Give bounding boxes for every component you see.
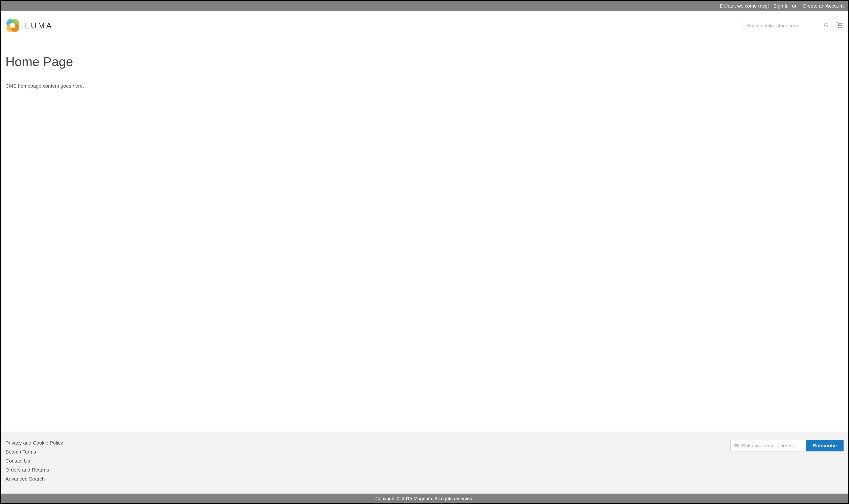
footer-link-orders[interactable]: Orders and Returns	[5, 467, 63, 473]
footer-link-search-terms[interactable]: Search Terms	[5, 449, 63, 455]
create-account-link[interactable]: Create an Account	[802, 3, 844, 9]
footer-links: Privacy and Cookie Policy Search Terms C…	[5, 440, 63, 482]
newsletter-input-wrap	[730, 440, 806, 451]
svg-point-8	[841, 27, 842, 28]
luma-logo-icon	[5, 18, 20, 33]
footer-link-contact[interactable]: Contact Us	[5, 458, 63, 464]
svg-point-4	[10, 23, 15, 28]
sign-in-link[interactable]: Sign In	[773, 3, 789, 9]
subscribe-button[interactable]: Subscribe	[806, 440, 844, 451]
footer: Privacy and Cookie Policy Search Terms C…	[1, 432, 848, 493]
envelope-icon	[734, 443, 739, 448]
header: LUMA	[1, 11, 848, 42]
copyright-text: Copyright © 2015 Magento. All rights res…	[376, 496, 474, 501]
search-input[interactable]	[744, 20, 831, 31]
separator-or: or	[792, 3, 797, 9]
footer-link-advanced-search[interactable]: Advanced Search	[5, 476, 63, 482]
footer-link-privacy[interactable]: Privacy and Cookie Policy	[5, 440, 63, 446]
page-title: Home Page	[5, 54, 844, 69]
page-content: CMS homepage content goes here.	[5, 83, 844, 89]
newsletter-email-input[interactable]	[742, 440, 802, 451]
top-bar: Default welcome msg! Sign In or Create a…	[1, 1, 848, 11]
search-box	[744, 20, 831, 31]
newsletter-form: Subscribe	[730, 440, 844, 451]
logo[interactable]: LUMA	[5, 18, 53, 33]
cart-icon[interactable]	[836, 21, 844, 30]
brand-name: LUMA	[25, 21, 53, 30]
copyright-bar: Copyright © 2015 Magento. All rights res…	[1, 493, 848, 503]
main-content: Home Page CMS homepage content goes here…	[1, 42, 848, 432]
welcome-message: Default welcome msg!	[720, 3, 769, 9]
svg-point-7	[838, 27, 839, 28]
header-right	[744, 20, 844, 31]
